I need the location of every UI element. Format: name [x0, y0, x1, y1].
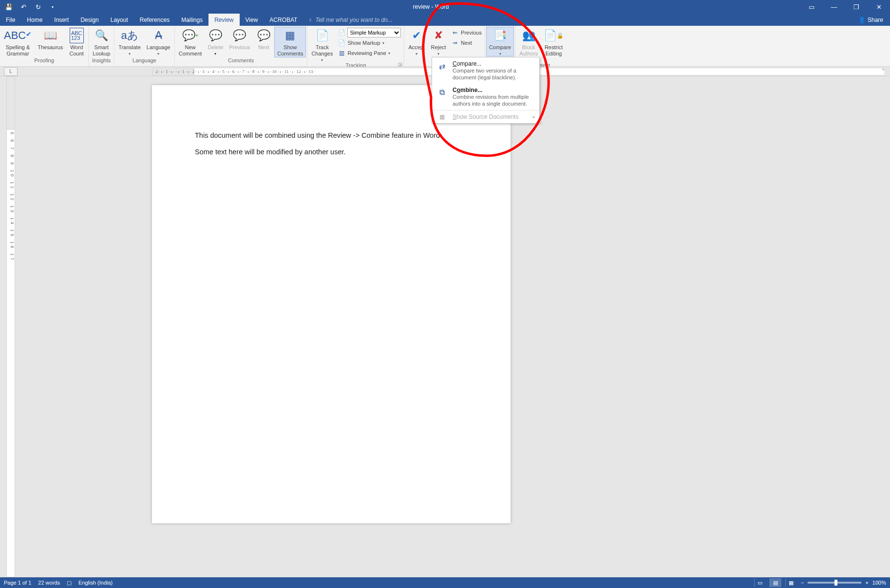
- paragraph[interactable]: This document will be combined using the…: [195, 131, 468, 141]
- share-icon: 👤: [858, 17, 866, 23]
- status-language[interactable]: English (India): [78, 580, 113, 586]
- menu-compare-title: CCompare...ompare...: [453, 60, 535, 67]
- vertical-ruler[interactable]: 2 1 1 2 3 4 5 6 7 8 9 10 11 12 13 14 15 …: [6, 76, 15, 577]
- tab-design[interactable]: Design: [75, 14, 104, 26]
- submenu-arrow-icon: ▸: [533, 114, 535, 119]
- markup-dropdown[interactable]: Simple Markup: [347, 28, 401, 37]
- save-icon[interactable]: 💾: [4, 2, 14, 12]
- new-comment-button[interactable]: 💬+ New Comment: [176, 27, 205, 57]
- next-change-button[interactable]: ⇒Next: [451, 38, 482, 48]
- compare-button[interactable]: 📑 Compare ▾: [486, 27, 514, 56]
- accept-icon: ✔: [412, 28, 421, 43]
- previous-change-button[interactable]: ⇐Previous: [451, 28, 482, 37]
- restrict-editing-button[interactable]: 📄🔒 Restrict Editing: [541, 27, 567, 57]
- spelling-icon: ABC✔: [4, 28, 32, 43]
- previous-comment-button[interactable]: 💬 Previous: [226, 27, 253, 51]
- tell-me-search[interactable]: ♀ Tell me what you want to do...: [303, 14, 852, 26]
- menu-item-combine[interactable]: ⧉ Combine...Combine... Combine revisions…: [432, 84, 539, 110]
- dropdown-icon: ▾: [157, 52, 159, 56]
- web-layout-icon[interactable]: ▦: [785, 578, 797, 587]
- reviewing-pane-button[interactable]: ▥ Reviewing Pane ▾: [338, 48, 401, 58]
- tab-review[interactable]: Review: [208, 14, 239, 26]
- tell-me-placeholder: Tell me what you want to do...: [315, 17, 392, 23]
- menu-combine-desc: Combine revisions from multiple authors …: [453, 93, 535, 107]
- group-language: aあ Translate ▾ A̶ Language ▾ Language: [114, 26, 174, 66]
- proofing-status-icon[interactable]: ▢: [67, 580, 72, 586]
- collapse-ribbon-icon[interactable]: ˄: [879, 68, 887, 75]
- status-bar: Page 1 of 1 22 words ▢ English (India) ▭…: [0, 577, 890, 588]
- previous-comment-icon: 💬: [233, 28, 246, 43]
- zoom-out-button[interactable]: −: [801, 580, 804, 586]
- menu-item-show-source: ▦ Show Source DocumentsShow Source Docum…: [432, 110, 539, 123]
- reject-button[interactable]: ✘ Reject ▾: [428, 27, 449, 56]
- tab-view[interactable]: View: [240, 14, 264, 26]
- menu-show-source-label: Show Source DocumentsShow Source Documen…: [453, 113, 518, 120]
- next-change-icon: ⇒: [451, 39, 459, 46]
- ribbon: ABC✔ Spelling & Grammar 📖 Thesaurus ABC1…: [0, 26, 890, 67]
- previous-change-icon: ⇐: [451, 29, 459, 36]
- block-authors-icon: 👥: [522, 28, 535, 43]
- dropdown-icon: ▾: [129, 52, 131, 56]
- qat-customize-icon[interactable]: ▾: [48, 2, 57, 12]
- tab-references[interactable]: References: [134, 14, 175, 26]
- status-words[interactable]: 22 words: [38, 580, 60, 586]
- tab-mailings[interactable]: Mailings: [175, 14, 208, 26]
- delete-comment-button[interactable]: 💬 Delete ▾: [205, 27, 226, 56]
- markup-icon: 📄: [338, 29, 345, 36]
- translate-icon: aあ: [121, 28, 138, 43]
- smart-lookup-button[interactable]: 🔍 Smart Lookup: [90, 27, 113, 57]
- spelling-grammar-button[interactable]: ABC✔ Spelling & Grammar: [1, 27, 35, 57]
- group-comments-label: Comments: [175, 57, 307, 66]
- track-changes-button[interactable]: 📄 Track Changes ▾: [308, 27, 336, 62]
- redo-icon[interactable]: ↻: [33, 2, 43, 12]
- language-icon: A̶: [155, 28, 162, 43]
- new-comment-icon: 💬+: [182, 28, 199, 43]
- markup-display-select[interactable]: 📄 Simple Markup: [338, 28, 401, 37]
- thesaurus-icon: 📖: [44, 28, 57, 43]
- dropdown-icon: ▾: [499, 52, 501, 56]
- tab-selector[interactable]: L: [4, 67, 18, 76]
- combine-docs-icon: ⧉: [436, 87, 448, 98]
- window-title: review - Word: [61, 3, 800, 10]
- zoom-slider[interactable]: [808, 582, 861, 584]
- translate-button[interactable]: aあ Translate ▾: [115, 27, 143, 56]
- tab-home[interactable]: Home: [21, 14, 48, 26]
- show-markup-icon: 📄: [338, 39, 345, 46]
- zoom-level[interactable]: 100%: [872, 580, 886, 586]
- group-tracking: 📄 Track Changes ▾ 📄 Simple Markup 📄 Show…: [307, 26, 404, 66]
- thesaurus-button[interactable]: 📖 Thesaurus: [35, 27, 66, 51]
- share-button[interactable]: 👤 Share: [852, 14, 890, 26]
- group-proofing-label: Proofing: [0, 57, 88, 66]
- paragraph[interactable]: Some text here will be modified by anoth…: [195, 147, 468, 157]
- restore-icon[interactable]: ❐: [845, 0, 868, 14]
- status-page[interactable]: Page 1 of 1: [4, 580, 31, 586]
- document-workspace: 2 1 1 2 3 4 5 6 7 8 9 10 11 12 13 14 15 …: [0, 76, 890, 577]
- menu-item-compare[interactable]: ⇄ CCompare...ompare... Compare two versi…: [432, 57, 539, 84]
- minimize-icon[interactable]: —: [823, 0, 845, 14]
- compare-docs-icon: ⇄: [436, 60, 448, 72]
- window-controls: ▭ — ❐ ✕: [800, 0, 890, 14]
- language-button[interactable]: A̶ Language ▾: [144, 27, 173, 56]
- lightbulb-icon: ♀: [308, 17, 312, 23]
- close-icon[interactable]: ✕: [868, 0, 890, 14]
- ribbon-display-options-icon[interactable]: ▭: [800, 0, 823, 14]
- group-language-label: Language: [114, 57, 174, 66]
- show-markup-button[interactable]: 📄 Show Markup ▾: [338, 38, 401, 48]
- document-page[interactable]: This document will be combined using the…: [152, 85, 511, 523]
- tab-insert[interactable]: Insert: [48, 14, 75, 26]
- show-comments-button[interactable]: ▦ Show Comments: [274, 27, 306, 57]
- dropdown-icon: ▾: [388, 51, 390, 55]
- smart-lookup-icon: 🔍: [95, 28, 108, 43]
- accept-button[interactable]: ✔ Accept ▾: [405, 27, 428, 56]
- tab-file[interactable]: File: [0, 14, 21, 26]
- print-layout-icon[interactable]: ▤: [770, 578, 781, 587]
- read-mode-icon[interactable]: ▭: [754, 578, 766, 587]
- tab-layout[interactable]: Layout: [105, 14, 134, 26]
- undo-icon[interactable]: ↶: [19, 2, 28, 12]
- next-comment-button[interactable]: 💬 Next: [253, 27, 274, 51]
- word-count-button[interactable]: ABC123 Word Count: [66, 27, 87, 57]
- zoom-in-button[interactable]: +: [865, 580, 868, 586]
- tab-acrobat[interactable]: ACROBAT: [264, 14, 303, 26]
- group-insights-label: Insights: [89, 57, 114, 66]
- show-comments-icon: ▦: [285, 28, 295, 43]
